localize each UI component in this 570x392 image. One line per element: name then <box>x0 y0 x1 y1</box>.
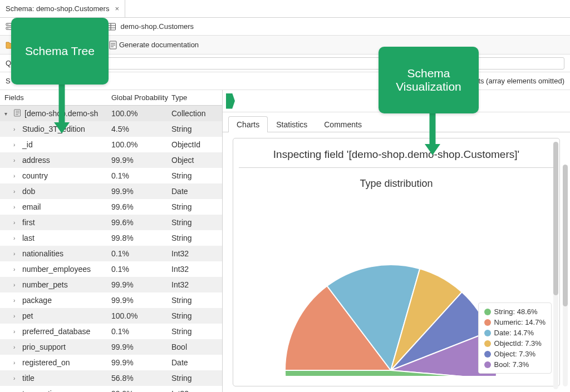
chevron-right-icon[interactable]: › <box>13 251 19 257</box>
field-prob: 0.1% <box>111 249 171 258</box>
field-prob: 100.0% <box>111 109 171 118</box>
legend-swatch <box>484 340 491 347</box>
field-name: _id <box>22 140 33 149</box>
svg-point-2 <box>7 24 8 25</box>
close-icon[interactable]: × <box>115 4 119 13</box>
scrollbar-thumb[interactable] <box>563 165 568 306</box>
chevron-right-icon[interactable]: › <box>13 157 19 163</box>
callout-schema-tree: Schema Tree <box>11 18 109 85</box>
tab-statistics[interactable]: Statistics <box>268 116 316 132</box>
schema-viz-panel: Charts Statistics Comments Inspecting fi… <box>223 90 570 392</box>
legend-swatch <box>484 319 491 326</box>
svg-point-3 <box>7 28 8 29</box>
field-type: Bool <box>171 343 222 351</box>
tree-row[interactable]: ›dob99.9%Date <box>0 183 222 199</box>
field-type: Date <box>171 358 222 367</box>
field-type: String <box>171 311 222 320</box>
chevron-right-icon[interactable]: › <box>13 142 19 148</box>
chevron-right-icon[interactable]: › <box>13 282 19 288</box>
field-prob: 0.1% <box>111 265 171 274</box>
tab-charts[interactable]: Charts <box>228 116 268 132</box>
chart-legend: String: 48.6%Numeric: 14.7%Date: 14.7%Ob… <box>478 302 552 374</box>
field-type: String <box>171 125 222 133</box>
outer-scrollbar[interactable] <box>563 165 568 386</box>
field-name: email <box>22 202 41 211</box>
svg-marker-18 <box>54 122 70 133</box>
svg-rect-5 <box>108 23 115 30</box>
tree-row[interactable]: ›last99.8%String <box>0 230 222 246</box>
tree-row[interactable]: ›prio_support99.9%Bool <box>0 339 222 355</box>
chevron-right-icon[interactable]: › <box>13 297 19 304</box>
field-name: number_employees <box>22 265 91 274</box>
tree-row[interactable]: ›package99.9%String <box>0 292 222 308</box>
legend-item: Bool: 7.3% <box>484 359 546 370</box>
tree-row[interactable]: ›registered_on99.9%Date <box>0 355 222 370</box>
chevron-down-icon[interactable]: ▾ <box>4 111 10 117</box>
tree-row[interactable]: ›number_pets99.9%Int32 <box>0 277 222 292</box>
tree-row[interactable]: ›transactions99.9%Int32 <box>0 386 222 392</box>
schema-tree-panel: Fields Global Probability Type ▾[demo-sh… <box>0 90 223 392</box>
field-name: address <box>22 156 50 165</box>
generate-doc-button[interactable]: Generate documentation <box>109 41 199 49</box>
field-type: String <box>171 171 222 180</box>
col-type-header[interactable]: Type <box>171 93 222 102</box>
svg-marker-20 <box>425 144 440 155</box>
legend-item: Object: 7.3% <box>484 349 546 359</box>
field-prob: 100.0% <box>111 140 171 149</box>
viz-inner: Inspecting field '[demo-shop.demo-shop.C… <box>233 138 560 386</box>
tab-schema[interactable]: Schema: demo-shop.Customers × <box>0 0 125 17</box>
tree-row[interactable]: ›title56.8%String <box>0 370 222 386</box>
field-name: first <box>22 218 35 227</box>
chevron-right-icon[interactable]: › <box>13 126 19 132</box>
scrollbar[interactable] <box>553 142 558 389</box>
tree-row[interactable]: ›Studio_3T_edition4.5%String <box>0 121 222 137</box>
chevron-right-icon[interactable]: › <box>13 188 19 195</box>
tree-row[interactable]: ›country0.1%String <box>0 168 222 183</box>
field-type: Int32 <box>171 265 222 274</box>
field-prob: 56.8% <box>111 374 171 383</box>
tree-row[interactable]: ›number_employees0.1%Int32 <box>0 261 222 277</box>
field-name: preferred_database <box>22 327 90 336</box>
legend-item: ObjectId: 7.3% <box>484 338 546 349</box>
field-prob: 99.9% <box>111 280 171 289</box>
field-type: Date <box>171 187 222 196</box>
legend-item: Numeric: 14.7% <box>484 317 546 328</box>
field-prob: 0.1% <box>111 171 171 180</box>
chevron-right-icon[interactable]: › <box>13 344 19 350</box>
scrollbar-thumb[interactable] <box>553 142 558 295</box>
chevron-right-icon[interactable]: › <box>13 375 19 381</box>
field-prob: 99.9% <box>111 296 171 305</box>
tree-row[interactable]: ›preferred_database0.1%String <box>0 324 222 339</box>
tree-row[interactable]: ›first99.6%String <box>0 215 222 230</box>
chevron-right-icon[interactable]: › <box>13 360 19 366</box>
tree-row[interactable]: ›nationalities0.1%Int32 <box>0 246 222 261</box>
tree-row[interactable]: ›email99.6%String <box>0 199 222 215</box>
chevron-right-icon[interactable]: › <box>13 204 19 210</box>
field-type: Collection <box>171 109 222 118</box>
tab-comments[interactable]: Comments <box>316 116 370 132</box>
field-type: Int32 <box>171 249 222 258</box>
field-type: String <box>171 296 222 305</box>
col-prob-header[interactable]: Global Probability <box>111 93 171 102</box>
field-name: registered_on <box>22 358 70 367</box>
field-name: pet <box>22 311 33 320</box>
chevron-right-icon[interactable]: › <box>13 329 19 335</box>
table-icon <box>107 22 116 31</box>
chevron-right-icon[interactable]: › <box>13 266 19 272</box>
chevron-right-icon[interactable]: › <box>13 173 19 179</box>
field-name: prio_support <box>22 343 66 351</box>
tree-body: ▾[demo-shop.demo-sh100.0%Collection›Stud… <box>0 106 222 392</box>
tree-row[interactable]: ›address99.9%Object <box>0 152 222 168</box>
chevron-right-icon[interactable]: › <box>13 313 19 319</box>
green-tag-icon <box>226 93 235 109</box>
breadcrumb-collection[interactable]: demo-shop.Customers <box>121 22 194 31</box>
field-type: String <box>171 218 222 227</box>
chevron-right-icon[interactable]: › <box>13 235 19 241</box>
legend-swatch <box>484 309 491 315</box>
tree-row-root[interactable]: ▾[demo-shop.demo-sh100.0%Collection <box>0 106 222 121</box>
tree-row[interactable]: ›pet100.0%String <box>0 308 222 324</box>
tree-row[interactable]: ›_id100.0%ObjectId <box>0 137 222 152</box>
field-name: title <box>22 374 35 383</box>
chevron-right-icon[interactable]: › <box>13 220 19 226</box>
chart-area: String: 48.6%Numeric: 14.7%Date: 14.7%Ob… <box>239 193 554 376</box>
